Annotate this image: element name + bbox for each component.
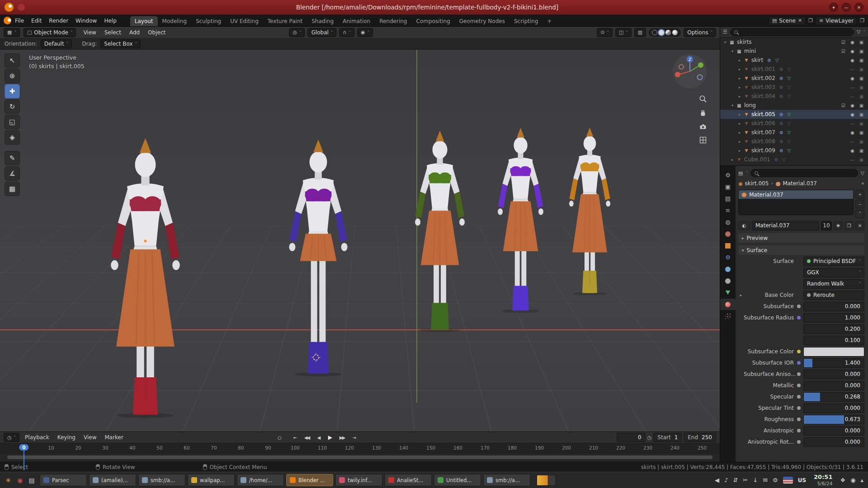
modifier-icon[interactable]: ⚙ [778,130,784,135]
disclosure-triangle-icon[interactable]: ▾ [729,49,736,53]
outliner-row-long[interactable]: ▾▦long☑◉▣ [720,101,868,110]
camera-view-button[interactable] [697,121,709,132]
transform-pivot-selector[interactable]: ◎ ˅ [289,28,305,37]
disclosure-triangle-icon[interactable]: ▸ [736,85,743,89]
disclosure-triangle-icon[interactable]: ▸ [736,113,743,117]
eye-icon[interactable]: ◉ [849,40,855,45]
orientation-setting-dropdown[interactable]: Default ˅ [41,39,72,48]
modifier-icon[interactable]: ⚙ [778,112,784,117]
mesh-data-icon[interactable]: ▽ [786,139,792,144]
outliner-row-cube-001[interactable]: ▸▼Cube.001⚙▽—▣ [720,155,868,164]
play-reverse-button[interactable]: ◀ [313,433,324,442]
modifier-icon[interactable]: ⚙ [778,85,784,90]
notifications-icon[interactable]: ◉ [850,477,855,483]
breadcrumb-object[interactable]: skirt.005 [745,180,769,187]
taskbar-app--home-[interactable]: /home/... [237,474,284,486]
pin-icon[interactable]: ⌖ [861,180,864,187]
unlink-material-icon[interactable]: ✕ [855,221,864,230]
taskbar-app-blender-[interactable]: Blender ... [286,474,333,486]
prop-slider-value-7[interactable]: 0.100 [803,336,864,345]
eye-icon[interactable]: ◉ [849,148,855,153]
network-icon[interactable]: ⇵ [733,477,738,483]
mesh-data-icon[interactable]: ▽ [786,121,792,126]
viewport-menu-add[interactable]: Add [126,28,143,38]
screenshot-icon[interactable]: ✂ [743,477,748,483]
scene-selector[interactable]: ▤ Scene ✕ [769,16,806,25]
outliner-row-skirt-002[interactable]: ▸▼skirt.002⚙▽◉▣ [720,74,868,83]
chevron-down-icon[interactable]: ˅ [863,30,866,34]
outliner-editor-icon[interactable]: ☰ [723,29,727,35]
prop-slider-value-6[interactable]: 0.200 [803,324,864,334]
checkbox-icon[interactable]: ☑ [840,103,846,108]
disclosure-triangle-icon[interactable]: ▸ [736,67,743,71]
outliner-row-mini[interactable]: ▾▦mini☑◉▣ [720,47,868,56]
timeline-track-area[interactable] [0,453,720,462]
eye-icon[interactable]: ◉ [849,130,855,135]
properties-tab-tool[interactable]: ⚙ [720,169,736,181]
eye-icon[interactable]: ◉ [849,112,855,117]
volume-icon[interactable]: ◀ [715,477,719,483]
outliner-row-skirt-006[interactable]: ▸▼skirt.006⚙▽—▣ [720,119,868,128]
render-camera-icon[interactable]: ▣ [859,85,864,90]
menu-file[interactable]: File [11,16,28,26]
disclosure-triangle-icon[interactable]: ▸ [736,58,743,62]
render-camera-icon[interactable]: ▣ [859,157,864,162]
mesh-data-icon[interactable]: ▽ [786,67,792,72]
prop-slider-specular[interactable]: 0.268 [803,392,864,402]
playhead-line[interactable] [24,450,24,470]
disclosure-triangle-icon[interactable]: ▾ [729,103,736,108]
shading-rendered-icon[interactable] [672,30,678,35]
render-camera-icon[interactable]: ▣ [859,40,864,45]
prop-field-value-2[interactable]: Random Walk˅ [803,279,864,289]
move-tool-button[interactable]: ✚ [5,84,20,99]
prop-field-base-color[interactable]: Reroute [803,291,864,300]
prop-slider-subsurface-ior[interactable]: 1.400 [803,358,864,368]
annotate-tool-button[interactable]: ✎ [5,151,20,165]
prop-slider-anisotropic-rot-[interactable]: 0.000 [803,437,864,447]
properties-search-input[interactable] [750,169,858,177]
mesh-data-icon[interactable]: ▽ [786,94,792,99]
minimize-icon[interactable]: — [842,3,851,12]
render-camera-icon[interactable]: ▣ [859,49,864,54]
filter-funnel-icon[interactable]: ▽ [861,170,864,176]
snap-toggle[interactable]: ∩ ˅ [339,28,354,37]
music-player-icon[interactable]: ♪ [724,477,728,483]
eye-icon[interactable]: — [849,85,855,90]
ortho-toggle-button[interactable] [697,134,709,146]
properties-tab-material[interactable] [720,299,736,310]
modifier-icon[interactable]: ⚙ [778,94,784,99]
workspace-tab-layout[interactable]: Layout [130,16,158,26]
prop-slider-roughness[interactable]: 0.673 [803,415,864,424]
render-camera-icon[interactable]: ▣ [859,130,864,135]
outliner-row-skirt-004[interactable]: ▸▼skirt.004⚙▽—▣ [720,92,868,101]
slot-specials-button[interactable]: ˅ [855,210,864,218]
viewport-menu-view[interactable]: View [80,28,99,38]
messages-icon[interactable]: ✉ [763,477,768,483]
modifier-icon[interactable]: ⚙ [778,139,784,144]
rotate-tool-button[interactable]: ↻ [5,99,20,114]
color-swatch[interactable] [803,347,864,357]
shading-material-icon[interactable] [665,30,671,35]
outliner-row-skirt-009[interactable]: ▸▼skirt.009⚙▽◉▣ [720,146,868,155]
taskbar-clock[interactable]: 20:51 5/6/24 [814,474,832,486]
play-button[interactable]: ▶ [325,433,335,442]
navigation-gizmo[interactable]: Z [672,53,708,89]
shading-solid-icon[interactable] [659,30,664,35]
eye-icon[interactable]: ◉ [849,76,855,81]
checkbox-icon[interactable]: ☑ [840,40,846,45]
frame-start-field[interactable]: Start 1 [653,433,682,442]
add-slot-button[interactable]: ＋ [855,190,864,198]
playhead-chip[interactable]: 0 [19,444,28,450]
jump-to-start-button[interactable]: ⇤ [289,433,300,442]
modifier-icon[interactable]: ⚙ [778,148,784,153]
eye-icon[interactable]: ◉ [849,49,855,54]
outliner-row-skirt-001[interactable]: ▸▼skirt.001⚙▽—▣ [720,65,868,74]
modifier-icon[interactable]: ⚙ [778,121,784,126]
prev-keyframe-button[interactable]: ◀◀ [301,433,312,442]
workspace-tab-geometry-nodes[interactable]: Geometry Nodes [455,16,509,26]
workspace-tab-shading[interactable]: Shading [307,16,338,26]
pan-button[interactable] [697,107,709,119]
modifier-icon[interactable]: ⚙ [778,76,784,81]
taskbar-app-smb-a-[interactable]: smb://a... [483,474,530,486]
render-camera-icon[interactable]: ▣ [859,58,864,63]
